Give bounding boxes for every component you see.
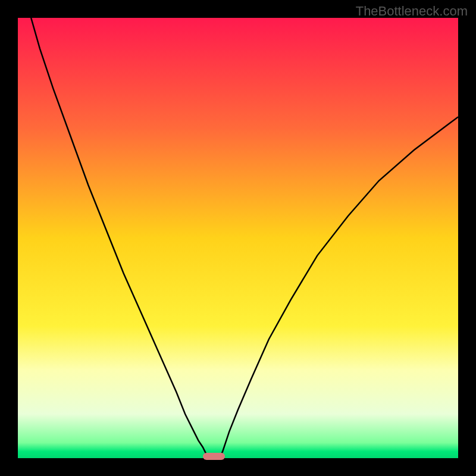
bottleneck-chart (18, 18, 458, 458)
attribution-text: TheBottleneck.com (356, 4, 468, 19)
optimal-point-marker (203, 453, 225, 460)
bottleneck-curve (18, 18, 458, 458)
